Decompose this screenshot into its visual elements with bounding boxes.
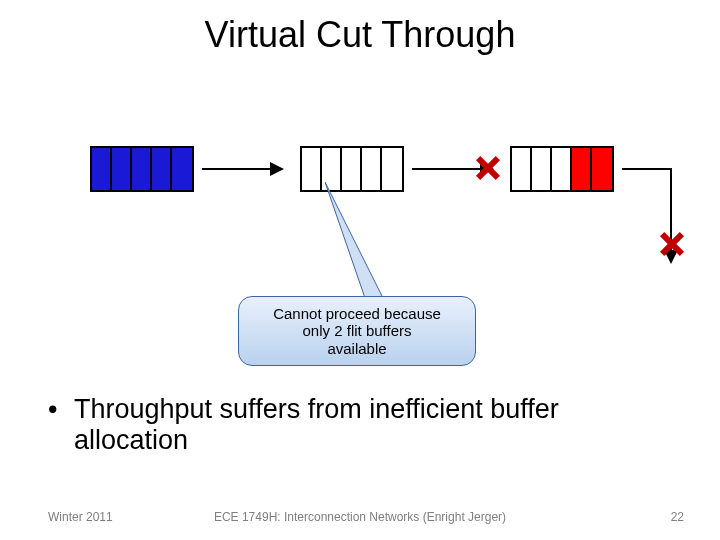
flit-cell [172,148,192,190]
flit-cell [92,148,112,190]
flit-cell [552,148,572,190]
flit-cell [152,148,172,190]
flit-cell [362,148,382,190]
bullet-text: Throughput suffers from inefficient buff… [74,394,664,456]
buffer-right [510,146,614,192]
bullet-point: •Throughput suffers from inefficient buf… [48,394,668,456]
svg-marker-0 [325,182,385,302]
flit-cell [302,148,322,190]
callout-pointer-icon [325,182,405,308]
callout-line1: Cannot proceed because [273,305,441,322]
flit-cell [112,148,132,190]
slide-title: Virtual Cut Through [0,14,720,56]
flit-cell [382,148,402,190]
flit-cell [132,148,152,190]
callout-line2: only 2 flit buffers [303,322,412,339]
buffer-left [90,146,194,192]
footer-page-number: 22 [671,510,684,524]
buffer-middle [300,146,404,192]
blocked-x-icon [659,232,683,256]
flit-cell [342,148,362,190]
flit-cell [322,148,342,190]
flit-cell [512,148,532,190]
footer-course: ECE 1749H: Interconnection Networks (Enr… [0,510,720,524]
callout-line3: available [327,340,386,357]
flit-cell [592,148,612,190]
flit-cell [572,148,592,190]
bullet-marker: • [48,394,74,425]
blocked-x-icon [475,156,499,180]
flit-cell [532,148,552,190]
arrow-right-horizontal [622,168,672,170]
arrow-left-to-mid [202,168,282,170]
callout-bubble: Cannot proceed because only 2 flit buffe… [238,296,476,366]
